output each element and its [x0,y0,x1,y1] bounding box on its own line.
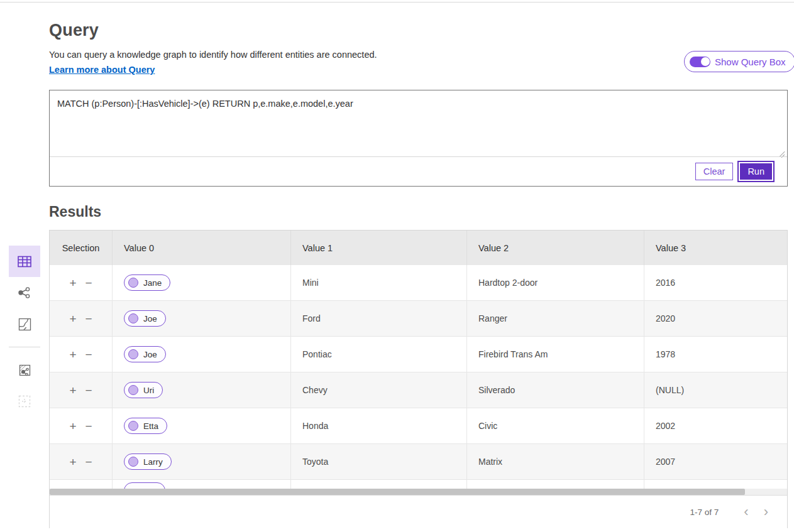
remove-from-selection-button[interactable]: − [85,420,92,432]
table-row: + − Uri Chevy Silverado (NULL) [50,372,787,408]
entity-cell: Joe [113,301,291,337]
table-row: + − Etta Honda Civic 2002 [50,408,787,444]
remove-from-selection-button[interactable]: − [85,456,92,468]
add-to-selection-button[interactable]: + [69,384,76,396]
selection-cell: + − [50,408,113,444]
top-border-line [0,2,794,3]
entity-cell: Larry [113,444,291,480]
page-description: You can query a knowledge graph to ident… [49,50,377,60]
clear-button[interactable]: Clear [695,163,734,180]
result-view-switcher [9,246,40,417]
column-header-value1: Value 1 [291,231,467,265]
column-header-value2: Value 2 [467,231,644,265]
run-button[interactable]: Run [739,162,773,181]
entity-cell: Uri [113,372,291,408]
entity-pill[interactable] [124,482,165,489]
column-header-value0: Value 0 [113,231,291,265]
make-cell: Ford [291,301,467,337]
entity-name: Uri [143,386,154,395]
previous-page-button[interactable]: ‹ [736,505,756,519]
column-header-value3: Value 3 [644,231,787,265]
selection-cell: + − [50,265,113,301]
table-icon [18,256,31,268]
year-cell: 2020 [644,301,787,337]
entity-cell: Joe [113,337,291,372]
make-cell: Honda [291,408,467,444]
entity-name: Joe [143,350,157,359]
column-header-selection: Selection [50,231,113,265]
query-input[interactable]: MATCH (p:Person)-[:HasVehicle]->(e) RETU… [50,90,787,157]
map-link-chart-view-button[interactable] [9,354,40,386]
entity-node-icon [128,421,138,431]
entity-name: Etta [143,421,158,431]
make-cell [291,480,467,489]
entity-pill[interactable]: Larry [124,453,172,470]
remove-from-selection-button[interactable]: − [85,313,92,325]
entity-node-icon [128,457,138,467]
map-view-button[interactable] [9,308,40,340]
remove-from-selection-button[interactable]: − [85,277,92,289]
results-table-card: Selection Value 0 Value 1 Value 2 Value … [49,230,788,528]
entity-pill[interactable]: Joe [124,346,166,362]
make-cell: Pontiac [291,337,467,372]
table-row-partial [50,480,787,489]
add-to-selection-button[interactable]: + [69,420,76,432]
link-chart-view-button[interactable] [9,277,40,308]
year-cell: 1978 [644,337,787,372]
entity-pill[interactable]: Etta [124,418,167,434]
map-link-chart-icon [18,364,31,377]
table-view-button[interactable] [9,246,40,277]
year-cell: 2007 [644,444,787,480]
table-header-row: Selection Value 0 Value 1 Value 2 Value … [50,231,787,265]
selection-cell [50,480,113,489]
show-query-box-toggle[interactable]: Show Query Box [684,51,794,72]
entity-cell [113,480,291,489]
year-cell: (NULL) [644,372,787,408]
scrollbar-thumb[interactable] [50,489,745,495]
entity-pill[interactable]: Jane [124,274,170,291]
selection-cell: + − [50,372,113,408]
table-footer: 1-7 of 7 ‹ › [50,495,787,528]
add-to-selection-button[interactable]: + [69,277,76,289]
add-to-selection-button[interactable]: + [69,313,76,325]
learn-more-link[interactable]: Learn more about Query [49,65,155,75]
model-cell: Civic [467,408,644,444]
selection-cell: + − [50,337,113,372]
make-cell: Mini [291,265,467,301]
remove-from-selection-button[interactable]: − [85,384,92,396]
model-cell: Matrix [467,444,644,480]
toggle-switch-icon[interactable] [690,57,710,67]
toggle-knob [701,57,710,66]
entity-cell: Etta [113,408,291,444]
add-to-selection-button[interactable]: + [69,349,76,361]
model-cell: Ranger [467,301,644,337]
view-switcher-divider [9,347,40,347]
remove-from-selection-button[interactable]: − [85,349,92,361]
add-to-selection-button[interactable]: + [69,456,76,468]
query-actions-bar: Clear Run [50,156,787,186]
table-row: + − Jane Mini Hardtop 2-door 2016 [50,265,787,301]
entity-name: Joe [143,314,157,323]
model-cell: Silverado [467,372,644,408]
dashed-square-icon [18,395,31,408]
year-cell: 2002 [644,408,787,444]
link-chart-icon [18,286,31,300]
table-row: + − Joe Pontiac Firebird Trans Am 1978 [50,337,787,372]
entity-node-icon [128,349,138,359]
model-cell: Hardtop 2-door [467,265,644,301]
horizontal-scrollbar[interactable] [50,489,787,495]
next-page-button[interactable]: › [756,505,776,519]
table-row: + − Joe Ford Ranger 2020 [50,301,787,337]
entity-node-icon [128,313,138,323]
map-icon [18,318,31,331]
make-cell: Chevy [291,372,467,408]
pagination-range: 1-7 of 7 [690,508,719,517]
entity-pill[interactable]: Uri [124,382,163,398]
entity-name: Jane [143,278,162,288]
entity-pill[interactable]: Joe [124,310,166,327]
year-cell [644,480,787,489]
page-title: Query [49,21,99,40]
results-heading: Results [49,204,101,220]
entity-cell: Jane [113,265,291,301]
query-panel: MATCH (p:Person)-[:HasVehicle]->(e) RETU… [49,90,788,187]
